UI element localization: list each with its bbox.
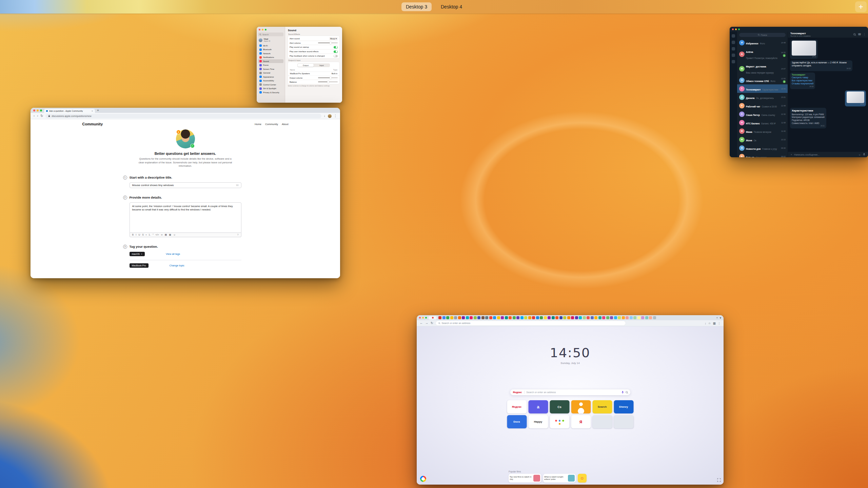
chat-list-item[interactable]: К Курьер Уже рядом 09:02 [737,152,788,157]
format-button[interactable]: ∞ [161,233,163,236]
folder-icon[interactable] [732,47,735,50]
browser-tab[interactable] [485,316,488,319]
speed-dial-tile[interactable] [550,415,569,428]
close-button[interactable] [732,28,734,30]
telegram-window[interactable]: Поиск И Избранное Фото 14:48 [730,27,868,157]
speed-dial-tile[interactable] [592,415,612,428]
browser-tab[interactable] [544,316,547,319]
browser-tab[interactable] [555,316,558,319]
browser-tab[interactable] [442,316,446,319]
browser-tab[interactable] [622,316,625,319]
browser-tab[interactable] [633,316,636,319]
view-tags-link[interactable]: View all tags [166,252,180,256]
settings-sidebar-item[interactable]: Network [258,52,283,55]
browser-tab[interactable] [606,316,609,319]
chat-search-input[interactable]: Поиск [739,33,786,37]
downloads-icon[interactable]: ↓ [324,114,326,118]
address-bar[interactable]: Search or enter an address [436,321,626,325]
browser-tab[interactable] [532,316,535,319]
alert-volume-slider[interactable] [318,42,338,43]
alert-sound-dropdown[interactable]: Boop ▾ [329,37,338,40]
minimize-button[interactable] [422,317,424,319]
nav-link[interactable]: Home [255,123,261,126]
browser-tab[interactable] [524,316,527,319]
browser-tab[interactable] [649,316,652,319]
search-icon[interactable] [626,391,628,394]
back-icon[interactable]: ‹ [34,114,35,118]
format-button[interactable]: ▦ [165,233,167,236]
browser-tab[interactable] [450,316,453,319]
format-button[interactable]: ▣ [169,233,171,236]
browser-tab[interactable] [614,316,617,319]
settings-sidebar-item[interactable]: Siri & Spotlight [258,87,283,90]
browser-tab[interactable] [446,316,449,319]
expand-icon[interactable] [717,478,721,482]
settings-sidebar-item[interactable]: Accessibility [258,79,283,83]
browser-tab[interactable] [536,316,539,319]
format-button[interactable]: 1. [149,233,151,236]
product-photo[interactable] [847,92,864,103]
zoom-button[interactable] [738,28,740,30]
panels-icon[interactable]: ▦ [713,322,715,325]
browser-tab[interactable] [540,316,543,319]
browser-tab[interactable] [505,316,508,319]
browser-tab[interactable] [477,316,480,319]
mic-icon[interactable] [863,153,865,156]
minimize-button[interactable] [735,28,737,30]
settings-sidebar-item[interactable]: Screen Time [258,67,283,71]
browser-tab[interactable] [591,316,594,319]
browser-tab[interactable] [474,316,477,319]
forward-icon[interactable]: › [37,114,38,118]
profile-row[interactable]: User Apple ID [258,37,283,43]
browser-tab[interactable] [481,316,485,319]
question-title-input[interactable]: Mouse control shows tiny windows 90 [130,182,241,188]
browser-tab[interactable] [497,316,500,319]
close-button[interactable] [259,29,260,30]
browser-tab[interactable] [587,316,590,319]
speed-dial-tile[interactable] [571,400,591,413]
chat-list-item[interactable]: Н НТС Баланс Баланс: 450 ₽ 11:58 [737,118,788,127]
toggle-switch[interactable] [334,46,338,48]
browser-tab[interactable] [509,316,512,319]
emoji-card[interactable]: ☺ [578,474,587,483]
remove-tag-icon[interactable]: × [141,253,142,255]
menu-icon[interactable]: ⋮ [718,322,721,325]
format-button[interactable]: ☺ [173,233,176,236]
format-button[interactable]: ” [153,233,153,236]
system-settings-window[interactable]: Search User Apple ID Wi-Fi Bluetooth [257,27,342,103]
back-icon[interactable]: ← [420,322,423,325]
browser-tab[interactable] [559,316,563,319]
emoji-icon[interactable]: ☺ [859,154,861,156]
browser-tab[interactable] [470,316,473,319]
browser-tab[interactable] [637,316,640,319]
speed-dial-tile[interactable]: Docs [507,415,527,428]
browser-tab[interactable] [645,316,648,319]
format-button[interactable]: B [132,233,134,236]
settings-sidebar-item[interactable]: Notifications [258,56,283,59]
segment-button[interactable]: Output [298,64,314,67]
downloads-icon[interactable]: ↓ [705,322,706,325]
community-browser-window[interactable]: Ask a question - Apple Community × + ‹ ›… [31,108,340,278]
speed-dial-tile[interactable] [614,415,633,428]
browser-tab[interactable] [513,316,516,319]
speed-dial-tile[interactable]: Яндекс [507,400,527,413]
browser-tab[interactable] [594,316,597,319]
chat-list-item[interactable]: Н Новости дня Главное к утру 09:30 [737,144,788,152]
speed-dial-tile[interactable]: Cs [550,400,569,413]
folder-icon[interactable] [732,60,735,63]
settings-sidebar-item[interactable]: Appearance [258,75,283,79]
product-photo[interactable] [792,41,816,56]
browser-tab[interactable] [583,316,586,319]
browser-tab[interactable] [579,316,582,319]
new-tab-button[interactable]: + [97,108,99,112]
browser-tab[interactable] [520,316,524,319]
browser-tab[interactable] [575,316,578,319]
settings-sidebar-item[interactable]: General [258,71,283,75]
settings-sidebar-item[interactable]: Focus [258,63,283,67]
chat-list-item[interactable]: Ж Женя Ок 10:15 [737,135,788,144]
browser-tab[interactable] [571,316,574,319]
browser-tab[interactable] [653,316,656,319]
settings-search-input[interactable]: Search [258,33,283,36]
browser-tab[interactable] [641,316,644,319]
feed-card[interactable]: What to watch tonight: editors' picks [543,474,576,483]
